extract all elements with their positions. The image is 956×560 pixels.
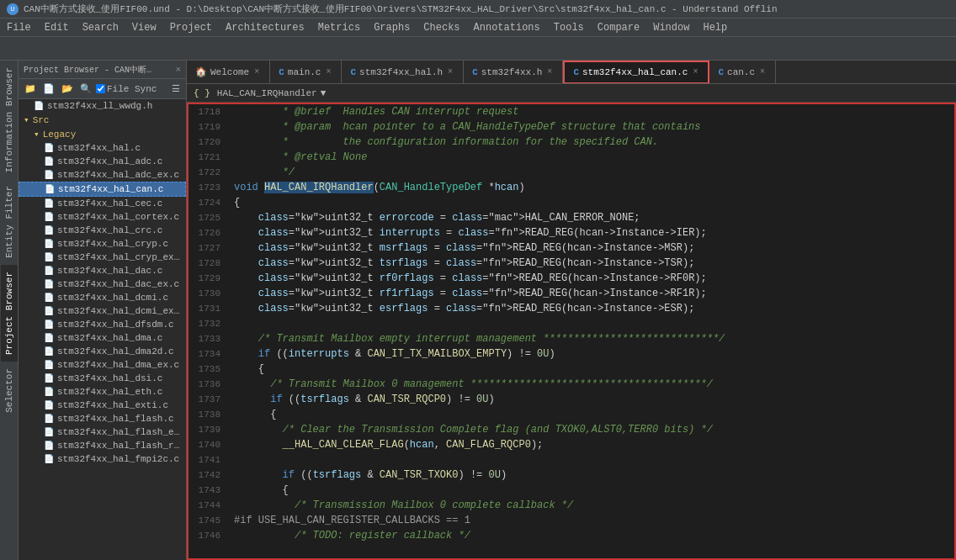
file-item-stm32f4xx_hal_exti-c[interactable]: 📄stm32f4xx_hal_exti.c [19,399,186,412]
vtab-selector[interactable]: Selector [1,362,18,420]
file-item-stm32f4xx_hal_can-c[interactable]: 📄stm32f4xx_hal_can.c [19,182,186,197]
file-item-stm32f4xx_hal_dac_ex-c[interactable]: 📄stm32f4xx_hal_dac_ex.c [19,277,186,291]
menu-item-help[interactable]: Help [696,20,734,35]
tab-stm32f4xx_hal_can-c[interactable]: Cstm32f4xx_hal_can.c× [563,61,709,84]
file-item-stm32f4xx_hal_cryp-c[interactable]: 📄stm32f4xx_hal_cryp.c [19,237,186,251]
vtab-entity-filter[interactable]: Entity Filter [1,179,18,265]
file-item-Legacy[interactable]: ▾ Legacy [19,127,186,141]
file-sync-checkbox[interactable] [96,84,105,93]
sidebar-title: Project Browser - CAN中断方式接收_使用FIF0× [24,64,158,76]
menu-item-edit[interactable]: Edit [38,20,76,35]
file-item-stm32f4xx_hal_flash-c[interactable]: 📄stm32f4xx_hal_flash.c [19,412,186,425]
vtab-project-browser[interactable]: Project Browser [1,265,18,362]
file-name: stm32f4xx_hal_dac.c [57,266,162,276]
new-file-btn[interactable]: 📄 [40,82,57,95]
file-name: stm32f4xx_hal_cryp.c [57,239,168,249]
line-content: /* Transmission Mailbox 0 complete callb… [231,498,954,513]
tab-label: stm32f4xx_hal.h [359,67,443,77]
line-content: /* Transmit Mailbox empty interrupt mana… [231,331,954,346]
code-line: 1719 * @param hcan pointer to a CAN_Hand… [189,119,954,135]
tab-stm32f4xx_hal-h[interactable]: Cstm32f4xx_hal.h× [342,61,464,84]
search-btn[interactable]: 🔍 [77,82,94,95]
file-item-stm32f4xx_hal_dac-c[interactable]: 📄stm32f4xx_hal_dac.c [19,264,186,277]
file-list[interactable]: 📄stm32f4xx_ll_wwdg.h▾ Src▾ Legacy📄stm32f… [19,99,186,560]
c-file-icon: C [350,67,356,77]
line-number: 1731 [189,301,231,316]
tab-label: Welcome [210,67,249,77]
menu-item-tools[interactable]: Tools [547,20,591,35]
new-folder-btn[interactable]: 📁 [22,82,39,95]
file-item-stm32f4xx_hal_dma-c[interactable]: 📄stm32f4xx_hal_dma.c [19,331,186,345]
file-icon: 📄 [44,252,54,262]
menu-item-window[interactable]: Window [646,20,696,35]
menu-btn[interactable]: ☰ [169,82,183,95]
tab-close-btn[interactable]: × [446,67,454,77]
line-number: 1744 [189,498,231,513]
tab-close-btn[interactable]: × [324,67,332,77]
tab-main-c[interactable]: Cmain.c× [270,61,342,84]
menu-item-project[interactable]: Project [163,20,219,35]
file-icon: 📄 [44,373,54,383]
file-item-stm32f4xx_hal_cryp_ex-c[interactable]: 📄stm32f4xx_hal_cryp_ex.c [19,251,186,264]
menu-item-metrics[interactable]: Metrics [311,20,367,35]
tab-label: can.c [727,67,755,77]
line-content: { [231,407,954,422]
tab-close-btn[interactable]: × [758,67,767,77]
vtab-information-browser[interactable]: Information Browser [1,61,18,179]
menu-item-search[interactable]: Search [76,20,125,35]
file-item-Src[interactable]: ▾ Src [19,113,186,127]
tab-Welcome[interactable]: 🏠Welcome× [187,61,270,84]
file-item-stm32f4xx_hal_dcmi-c[interactable]: 📄stm32f4xx_hal_dcmi.c [19,291,186,304]
menu-item-checks[interactable]: Checks [417,20,466,35]
file-name: stm32f4xx_hal_cortex.c [57,212,179,222]
menu-item-architectures[interactable]: Architectures [219,20,311,35]
line-content: class="kw">uint32_t rf0rflags = class="f… [231,271,954,286]
tab-close-btn[interactable]: × [252,67,261,77]
line-content: class="kw">uint32_t msrflags = class="fn… [231,240,954,256]
menu-item-file[interactable]: File [0,20,38,35]
file-item-stm32f4xx_hal_adc-c[interactable]: 📄stm32f4xx_hal_adc.c [19,155,186,168]
tab-stm32f4xx-h[interactable]: Cstm32f4xx.h× [464,61,563,84]
line-number: 1734 [189,346,231,362]
file-icon: 📄 [44,279,54,289]
open-btn[interactable]: 📂 [59,82,76,95]
tab-close-btn[interactable]: × [545,67,554,77]
file-item-stm32f4xx_hal_dfsdm-c[interactable]: 📄stm32f4xx_hal_dfsdm.c [19,318,186,331]
file-item-stm32f4xx_hal_eth-c[interactable]: 📄stm32f4xx_hal_eth.c [19,385,186,399]
file-item-stm32f4xx_hal_flash_ramfunc-c[interactable]: 📄stm32f4xx_hal_flash_ramfunc.c [19,439,186,452]
file-icon: 📄 [44,427,54,437]
file-item-stm32f4xx_hal_dsi-c[interactable]: 📄stm32f4xx_hal_dsi.c [19,372,186,385]
code-line: 1724{ [189,195,954,210]
file-item-stm32f4xx_hal_cec-c[interactable]: 📄stm32f4xx_hal_cec.c [19,197,186,210]
file-item-stm32f4xx_hal_adc_ex-c[interactable]: 📄stm32f4xx_hal_adc_ex.c [19,168,186,182]
tab-can-c[interactable]: Ccan.c× [709,61,776,84]
file-item-stm32f4xx_hal_dma2d-c[interactable]: 📄stm32f4xx_hal_dma2d.c [19,345,186,358]
tab-close-btn[interactable]: × [691,67,699,77]
file-icon: 📄 [44,454,54,464]
line-content [231,452,954,468]
code-line: 1718 * @brief Handles CAN interrupt requ… [189,104,954,119]
line-number: 1724 [189,195,231,210]
menu-item-graphs[interactable]: Graphs [367,20,417,35]
line-number: 1730 [189,286,231,301]
file-item-stm32f4xx_hal-c[interactable]: 📄stm32f4xx_hal.c [19,141,186,155]
line-content: /* Transmit Mailbox 0 management *******… [231,377,954,392]
file-item-stm32f4xx_hal_fmpi2c-c[interactable]: 📄stm32f4xx_hal_fmpi2c.c [19,452,186,466]
code-editor[interactable]: 1718 * @brief Handles CAN interrupt requ… [187,103,956,560]
sidebar-close-btn[interactable]: × [175,65,181,75]
code-line: 1721 * @retval None [189,150,954,165]
file-item-stm32f4xx_hal_flash_ex-c[interactable]: 📄stm32f4xx_hal_flash_ex.c [19,425,186,439]
file-sync-label[interactable]: File Sync [96,84,157,94]
breadcrumb-arrow[interactable]: ▼ [321,88,327,98]
menu-item-annotations[interactable]: Annotations [467,20,547,35]
file-item-stm32f4xx_hal_crc-c[interactable]: 📄stm32f4xx_hal_crc.c [19,224,186,237]
menu-item-compare[interactable]: Compare [591,20,646,35]
file-item-stm32f4xx_ll_wwdg-h[interactable]: 📄stm32f4xx_ll_wwdg.h [19,99,186,113]
line-content: * @param hcan pointer to a CAN_HandleTyp… [231,119,954,135]
file-name: stm32f4xx_hal_dsi.c [57,373,162,383]
menu-item-view[interactable]: View [125,20,163,35]
file-name: stm32f4xx_hal_dac_ex.c [57,279,179,289]
file-item-stm32f4xx_hal_dcmi_ex-c[interactable]: 📄stm32f4xx_hal_dcmi_ex.c [19,304,186,318]
file-item-stm32f4xx_hal_cortex-c[interactable]: 📄stm32f4xx_hal_cortex.c [19,210,186,224]
file-item-stm32f4xx_hal_dma_ex-c[interactable]: 📄stm32f4xx_hal_dma_ex.c [19,358,186,372]
